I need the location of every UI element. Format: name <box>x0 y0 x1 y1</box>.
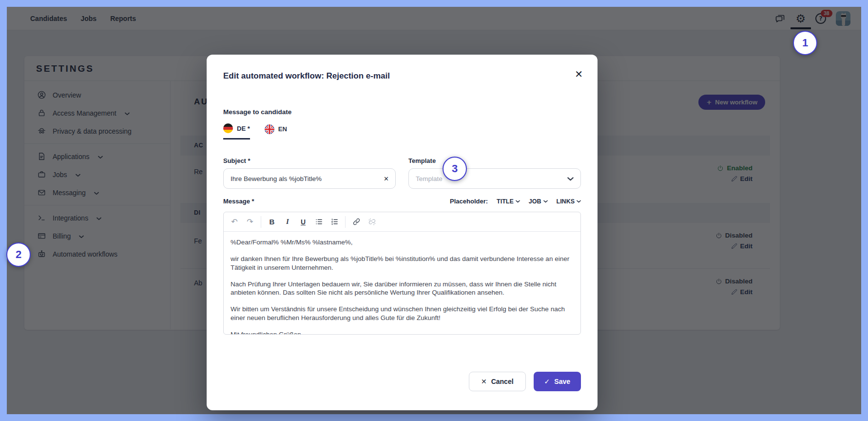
placeholder-menu-job[interactable]: JOB <box>529 198 548 205</box>
undo-icon[interactable]: ↶ <box>227 215 242 229</box>
tab-label: DE * <box>237 125 250 132</box>
chevron-down-icon <box>516 200 520 203</box>
template-field-group: Template Template <box>408 157 581 189</box>
x-icon: ✕ <box>481 378 487 385</box>
bold-icon[interactable]: B <box>265 215 279 229</box>
message-paragraph: %Dear/Formal% %Mr/Ms% %lastname%, <box>231 238 574 246</box>
save-label: Save <box>554 378 570 385</box>
message-paragraph: Mit freundlichen Grüßen <box>231 330 574 335</box>
annotation-step-1: 1 <box>793 31 817 55</box>
subject-field-group: Subject * ✕ <box>223 157 396 189</box>
message-paragraph: wir danken Ihnen für Ihre Bewerbung als … <box>231 255 574 272</box>
template-placeholder: Template <box>416 175 443 182</box>
ordered-list-icon[interactable] <box>327 215 342 229</box>
annotation-step-2: 2 <box>6 242 31 267</box>
annotation-step-3: 3 <box>443 157 467 181</box>
redo-icon[interactable]: ↷ <box>243 215 257 229</box>
tab-en[interactable]: EN <box>265 123 287 140</box>
chevron-down-icon <box>543 200 548 203</box>
save-button[interactable]: ✓ Save <box>534 372 581 391</box>
placeholder-cluster: Placeholder: TITLE JOB LINKS <box>450 198 581 205</box>
menu-label: JOB <box>529 198 541 205</box>
template-select[interactable]: Template <box>408 168 581 189</box>
screenshot-frame: Candidates Jobs Reports ⚙ ? 38 <box>0 0 868 421</box>
message-to-candidate-label: Message to candidate <box>223 108 581 116</box>
message-label: Message * <box>223 198 254 205</box>
germany-flag-icon <box>223 123 233 133</box>
uk-flag-icon <box>265 124 274 134</box>
placeholder-menu-links[interactable]: LINKS <box>557 198 581 205</box>
placeholder-menu-title[interactable]: TITLE <box>497 198 520 205</box>
cancel-button[interactable]: ✕ Cancel <box>469 372 526 391</box>
subject-label: Subject * <box>223 157 396 164</box>
language-tabs: DE * EN <box>223 123 581 140</box>
editor-toolbar: ↶ ↷ B I U <box>224 212 580 232</box>
clear-subject-icon[interactable]: ✕ <box>384 176 389 182</box>
message-body[interactable]: %Dear/Formal% %Mr/Ms% %lastname%, wir da… <box>224 232 580 335</box>
message-paragraph: Wir bitten um Verständnis für unsere Ent… <box>231 305 574 322</box>
menu-label: TITLE <box>497 198 514 205</box>
chevron-down-icon <box>577 200 581 203</box>
message-paragraph: Nach Prüfung Ihrer Unterlagen bedauern w… <box>231 280 574 297</box>
chevron-down-icon <box>567 175 574 182</box>
subject-input[interactable] <box>223 168 396 189</box>
underline-icon[interactable]: U <box>296 215 310 229</box>
check-icon: ✓ <box>544 378 550 385</box>
message-editor: ↶ ↷ B I U <box>223 212 581 335</box>
italic-icon[interactable]: I <box>280 215 295 229</box>
placeholder-label: Placeholder: <box>450 198 488 205</box>
bullet-list-icon[interactable] <box>311 215 326 229</box>
close-icon[interactable]: ✕ <box>575 69 583 79</box>
cancel-label: Cancel <box>491 378 514 385</box>
link-icon[interactable] <box>349 215 364 229</box>
edit-workflow-modal: Edit automated workflow: Rejection e-mai… <box>207 55 598 410</box>
tab-label: EN <box>278 125 287 133</box>
tab-de[interactable]: DE * <box>223 123 250 140</box>
modal-title: Edit automated workflow: Rejection e-mai… <box>223 71 390 81</box>
menu-label: LINKS <box>557 198 575 205</box>
template-label: Template <box>408 157 581 164</box>
unlink-icon[interactable] <box>365 215 379 229</box>
